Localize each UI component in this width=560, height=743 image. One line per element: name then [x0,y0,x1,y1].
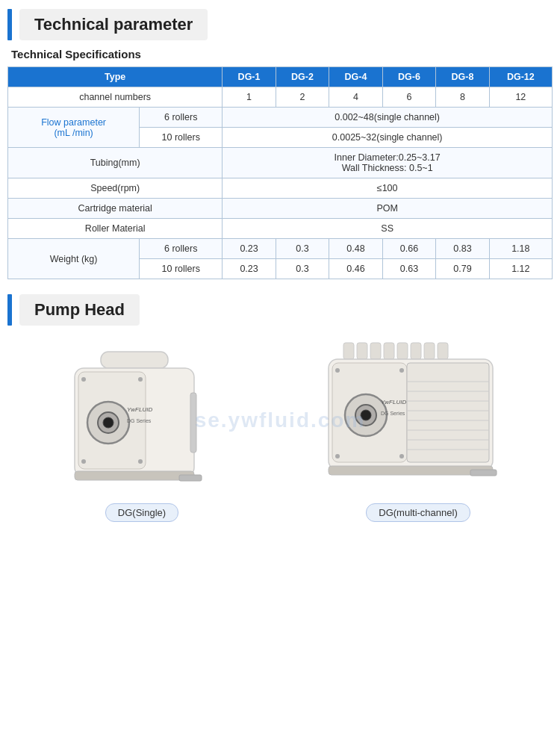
svg-text:DG Series: DG Series [127,418,152,423]
cartridge-row: Cartridge material POM [8,199,553,219]
weight-6r-dg4: 0.48 [329,239,382,259]
channel-dg4: 4 [329,87,382,108]
flow-6rollers-row: Flow parameter (mL /min) 6 rollers 0.002… [8,108,553,128]
svg-rect-19 [397,343,408,359]
speed-row: Speed(rpm) ≤100 [8,178,553,199]
svg-point-9 [138,459,143,464]
cartridge-value: POM [223,199,553,219]
svg-point-31 [399,454,404,458]
weight-6r-dg1: 0.23 [223,239,276,259]
svg-rect-43 [329,466,493,475]
section2-header: Pump Head [7,294,553,326]
svg-rect-20 [411,343,421,359]
svg-rect-21 [424,343,435,359]
svg-text:YwFLUID: YwFLUID [127,406,152,413]
section2-title: Pump Head [34,300,125,319]
weight-6r-dg6: 0.66 [382,239,435,259]
svg-rect-34 [407,363,489,462]
pump-single-box: YwFLUID DG Series DG(Single) [7,348,276,522]
svg-point-6 [81,377,86,382]
svg-point-7 [138,377,143,382]
roller-label: Roller Material [8,219,223,239]
svg-text:YwFLUID: YwFLUID [381,399,406,405]
weight-6r-dg12: 1.18 [489,239,552,259]
col-dg6-header: DG-6 [382,67,435,87]
weight-6r-dg2: 0.3 [276,239,329,259]
roller-value: SS [223,219,553,239]
pump-multi-box: YwFLUID DG Series [284,341,553,522]
speed-label: Speed(rpm) [8,178,223,199]
weight-10r-dg12: 1.12 [489,259,552,279]
svg-rect-15 [343,343,354,359]
pump-images-wrapper: YwFLUID DG Series DG(Single) [0,341,560,522]
cartridge-label: Cartridge material [8,199,223,219]
col-type-header: Type [8,67,223,87]
header-bar-accent2 [7,294,12,326]
flow-10rollers-label: 10 rollers [140,128,223,148]
tubing-row: Tubing(mm) Inner Diameter:0.25~3.17 Wall… [8,148,553,178]
channel-numbers-label: channel numbers [8,87,223,108]
speed-value: ≤100 [223,178,553,199]
svg-point-27 [361,410,371,420]
svg-point-8 [81,459,86,464]
pump-single-drawing: YwFLUID DG Series [60,348,224,497]
channel-dg8: 8 [436,87,489,108]
weight-10r-dg8: 0.79 [436,259,489,279]
weight-10r-dg2: 0.3 [276,259,329,279]
weight-6rollers-row: Weight (kg) 6 rollers 0.23 0.3 0.48 0.66… [8,239,553,259]
pump-single-caption: DG(Single) [105,503,178,522]
svg-rect-17 [370,343,381,359]
channel-dg2: 2 [276,87,329,108]
svg-point-28 [335,368,340,373]
svg-rect-18 [384,343,394,359]
pump-multi-svg: YwFLUID DG Series [321,341,515,497]
pump-multi-drawing: YwFLUID DG Series [321,341,515,497]
section1-title-box: Technical parameter [19,9,208,40]
svg-point-29 [399,368,404,373]
col-dg2-header: DG-2 [276,67,329,87]
flow-6rollers-value: 0.002~48(single channel) [223,108,553,128]
flow-param-unit: (mL /min) [11,128,136,138]
weight-label-cell: Weight (kg) [8,239,140,279]
svg-rect-0 [101,352,168,368]
flow-param-label-cell: Flow parameter (mL /min) [8,108,140,148]
pump-images-container: YwFLUID DG Series DG(Single) [7,341,553,522]
svg-rect-16 [357,343,367,359]
table-header-row: Type DG-1 DG-2 DG-4 DG-6 DG-8 DG-12 [8,67,553,87]
channel-numbers-row: channel numbers 1 2 4 6 8 12 [8,87,553,108]
channel-dg12: 12 [489,87,552,108]
flow-10rollers-value: 0.0025~32(single channel) [223,128,553,148]
svg-rect-44 [470,470,497,476]
weight-10r-dg6: 0.63 [382,259,435,279]
col-dg1-header: DG-1 [223,67,276,87]
roller-row: Roller Material SS [8,219,553,239]
weight-10rollers-label: 10 rollers [140,259,223,279]
svg-rect-22 [438,343,448,359]
pump-head-section: Pump Head [0,294,560,522]
weight-10r-dg4: 0.46 [329,259,382,279]
col-dg12-header: DG-12 [489,67,552,87]
tech-specs-subtitle: Technical Specifications [11,48,549,60]
weight-6r-dg8: 0.83 [436,239,489,259]
channel-dg1: 1 [223,87,276,108]
section1-header: Technical parameter [7,9,553,40]
tubing-line2: Wall Thickness: 0.5~1 [225,163,549,173]
tubing-value: Inner Diameter:0.25~3.17 Wall Thickness:… [223,148,553,178]
col-dg4-header: DG-4 [329,67,382,87]
tubing-line1: Inner Diameter:0.25~3.17 [225,152,549,163]
svg-rect-13 [190,393,196,453]
col-dg8-header: DG-8 [436,67,489,87]
flow-6rollers-label: 6 rollers [140,108,223,128]
tubing-label: Tubing(mm) [8,148,223,178]
spec-table: Type DG-1 DG-2 DG-4 DG-6 DG-8 DG-12 chan… [7,66,553,279]
section2-title-box: Pump Head [19,294,140,326]
pump-multi-caption: DG(multi-channel) [366,503,470,522]
section1-title: Technical parameter [34,15,193,34]
header-bar-accent [7,9,12,40]
channel-dg6: 6 [382,87,435,108]
svg-point-30 [335,454,340,458]
flow-param-label: Flow parameter [11,117,136,128]
svg-point-5 [103,417,113,428]
pump-single-svg: YwFLUID DG Series [60,348,209,505]
weight-6rollers-label: 6 rollers [140,239,223,259]
